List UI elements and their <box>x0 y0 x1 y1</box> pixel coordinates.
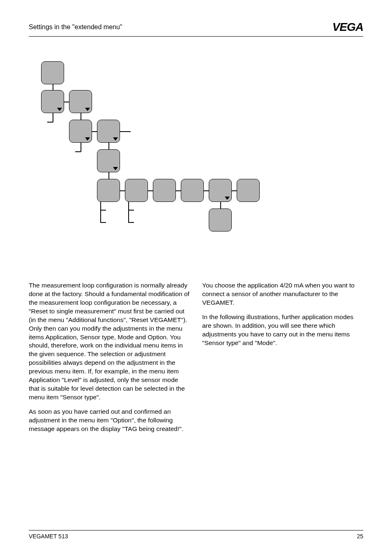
diagram-node <box>237 179 260 202</box>
body-columns: The measurement loop configuration is no… <box>29 281 363 439</box>
diagram-connector <box>176 190 181 191</box>
diagram-node <box>69 90 92 113</box>
diagram-node <box>181 179 204 202</box>
diagram-node <box>209 179 232 202</box>
body-paragraph: In the following illustrations, further … <box>202 313 363 348</box>
diagram-connector <box>232 190 237 191</box>
footer-left: VEGAMET 513 <box>29 533 68 540</box>
right-column: You choose the application 4/20 mA when … <box>202 281 363 439</box>
diagram-connector <box>128 222 134 223</box>
diagram-node <box>41 90 64 113</box>
page-header: Settings in the "extended menu" VEGA <box>29 21 363 37</box>
diagram-connector <box>81 143 81 152</box>
diagram-node <box>153 179 176 202</box>
diagram-connector <box>81 113 81 120</box>
page-footer: VEGAMET 513 25 <box>29 530 363 540</box>
body-paragraph: As soon as you have carried out and conf… <box>29 408 190 433</box>
chevron-down-icon <box>225 197 230 200</box>
left-column: The measurement loop configuration is no… <box>29 281 190 439</box>
chevron-down-icon <box>57 108 62 111</box>
chevron-down-icon <box>113 167 118 170</box>
diagram-node <box>209 208 232 232</box>
diagram-node <box>97 179 120 202</box>
diagram-connector <box>204 190 209 191</box>
diagram-connector <box>47 122 53 123</box>
diagram-connector <box>148 190 153 191</box>
diagram-connector <box>120 131 131 132</box>
diagram-node <box>125 179 148 202</box>
diagram-connector <box>100 210 106 211</box>
diagram-connector <box>53 84 53 90</box>
diagram-connector <box>53 113 53 122</box>
diagram-node <box>41 61 64 84</box>
diagram-node <box>97 120 120 143</box>
chevron-down-icon <box>85 108 90 111</box>
header-title: Settings in the "extended menu" <box>29 23 122 31</box>
diagram-node <box>97 149 120 172</box>
brand-logo: VEGA <box>332 21 363 34</box>
diagram-connector <box>100 202 101 222</box>
diagram-connector <box>92 131 97 132</box>
diagram-connector <box>108 143 109 149</box>
diagram-connector <box>100 222 106 223</box>
diagram-connector <box>128 202 129 222</box>
diagram-connector <box>64 102 69 102</box>
diagram-node <box>69 120 92 143</box>
diagram-connector <box>128 210 134 211</box>
chevron-down-icon <box>113 137 118 141</box>
diagram-connector <box>75 151 81 152</box>
body-paragraph: You choose the application 4/20 mA when … <box>202 281 363 307</box>
diagram-connector <box>120 190 125 191</box>
chevron-down-icon <box>85 137 90 141</box>
menu-tree-diagram <box>41 61 271 263</box>
body-paragraph: The measurement loop configuration is no… <box>29 281 190 402</box>
diagram-connector <box>220 202 221 208</box>
footer-page-number: 25 <box>357 533 363 540</box>
diagram-connector <box>108 172 109 179</box>
